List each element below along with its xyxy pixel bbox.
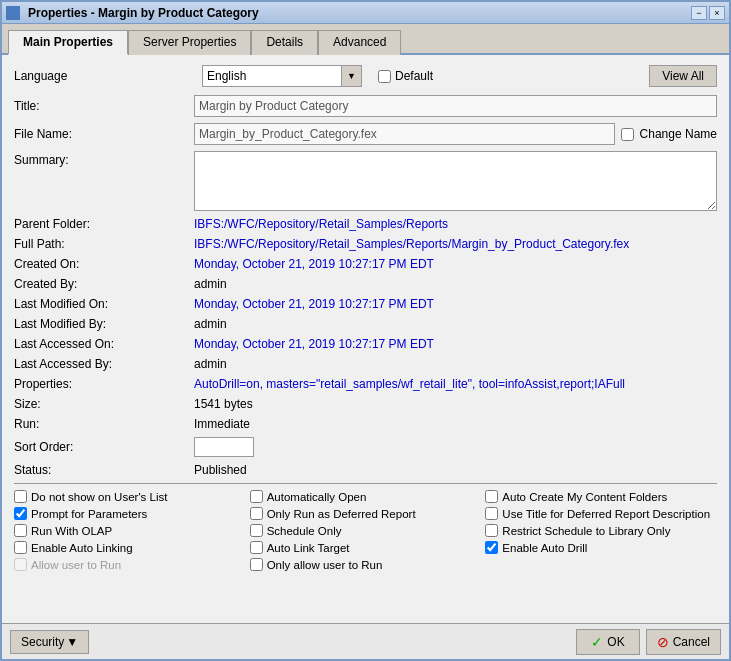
cb-run-olap-label: Run With OLAP [31,525,112,537]
last-accessed-by-value: admin [194,357,227,371]
cb-restrict-schedule: Restrict Schedule to Library Only [485,524,717,537]
cb-auto-create-folders-label: Auto Create My Content Folders [502,491,667,503]
status-value: Published [194,463,247,477]
summary-label: Summary: [14,151,194,167]
title-label: Title: [14,99,194,113]
summary-textarea[interactable] [194,151,717,211]
cb-use-title-deferred-label: Use Title for Deferred Report Descriptio… [502,508,710,520]
filename-label: File Name: [14,127,194,141]
run-value: Immediate [194,417,250,431]
created-on-row: Created On: Monday, October 21, 2019 10:… [14,257,717,271]
cb-only-run-deferred-input[interactable] [250,507,263,520]
cb-only-allow-user-label: Only allow user to Run [267,559,383,571]
title-row: Title: [14,95,717,117]
created-by-label: Created By: [14,277,194,291]
cb-auto-create-folders: Auto Create My Content Folders [485,490,717,503]
window-icon [6,6,20,20]
cb-auto-link-target-input[interactable] [250,541,263,554]
last-modified-by-value: admin [194,317,227,331]
run-label: Run: [14,417,194,431]
created-on-value: Monday, October 21, 2019 10:27:17 PM EDT [194,257,434,271]
cb-prompt-params: Prompt for Parameters [14,507,246,520]
cb-enable-auto-drill-input[interactable] [485,541,498,554]
cb-auto-open-input[interactable] [250,490,263,503]
ok-button[interactable]: ✓ OK [576,629,639,655]
cancel-button[interactable]: ⊘ Cancel [646,629,721,655]
change-name-section: Change Name [621,127,717,141]
cb-restrict-schedule-input[interactable] [485,524,498,537]
cb-enable-auto-drill-label: Enable Auto Drill [502,542,587,554]
properties-label: Properties: [14,377,194,391]
tab-server-properties[interactable]: Server Properties [128,30,251,55]
filename-input[interactable] [194,123,615,145]
checkboxes-grid: Do not show on User's List Prompt for Pa… [14,490,717,571]
cb-enable-auto-linking-label: Enable Auto Linking [31,542,133,554]
cb-enable-auto-linking: Enable Auto Linking [14,541,246,554]
view-all-button[interactable]: View All [649,65,717,87]
cb-allow-user-run-label: Allow user to Run [31,559,121,571]
filename-row: File Name: Change Name [14,123,717,145]
security-button[interactable]: Security ▼ [10,630,89,654]
run-row: Run: Immediate [14,417,717,431]
cb-only-allow-user-input[interactable] [250,558,263,571]
status-label: Status: [14,463,194,477]
summary-row: Summary: [14,151,717,211]
window-title: Properties - Margin by Product Category [28,6,259,20]
parent-folder-value: IBFS:/WFC/Repository/Retail_Samples/Repo… [194,217,448,231]
cb-do-not-show-label: Do not show on User's List [31,491,167,503]
properties-value: AutoDrill=on, masters="retail_samples/wf… [194,377,625,391]
last-modified-on-label: Last Modified On: [14,297,194,311]
cb-auto-open: Automatically Open [250,490,482,503]
full-path-value: IBFS:/WFC/Repository/Retail_Samples/Repo… [194,237,629,251]
cb-run-olap-input[interactable] [14,524,27,537]
last-accessed-by-row: Last Accessed By: admin [14,357,717,371]
status-row: Status: Published [14,463,717,477]
cb-use-title-deferred: Use Title for Deferred Report Descriptio… [485,507,717,520]
tab-details[interactable]: Details [251,30,318,55]
change-name-checkbox[interactable] [621,128,634,141]
cancel-label: Cancel [673,635,710,649]
cb-allow-user-run: Allow user to Run [14,558,246,571]
title-input[interactable] [194,95,717,117]
cb-auto-open-label: Automatically Open [267,491,367,503]
language-dropdown-arrow[interactable]: ▼ [341,66,361,86]
language-dropdown[interactable]: English ▼ [202,65,362,87]
main-content: Language English ▼ Default View All Titl… [2,55,729,623]
cb-do-not-show: Do not show on User's List [14,490,246,503]
cb-only-allow-user: Only allow user to Run [250,558,482,571]
cb-only-run-deferred-label: Only Run as Deferred Report [267,508,416,520]
cb-run-olap: Run With OLAP [14,524,246,537]
sort-order-label: Sort Order: [14,440,194,454]
last-modified-on-value: Monday, October 21, 2019 10:27:17 PM EDT [194,297,434,311]
tab-main-properties[interactable]: Main Properties [8,30,128,55]
full-path-row: Full Path: IBFS:/WFC/Repository/Retail_S… [14,237,717,251]
title-bar-buttons: − × [691,6,725,20]
change-name-label: Change Name [640,127,717,141]
sort-order-input[interactable] [194,437,254,457]
created-by-value: admin [194,277,227,291]
default-label: Default [395,69,433,83]
cb-prompt-params-input[interactable] [14,507,27,520]
sort-order-row: Sort Order: [14,437,717,457]
size-label: Size: [14,397,194,411]
cb-allow-user-run-input[interactable] [14,558,27,571]
default-checkbox[interactable] [378,70,391,83]
last-modified-by-label: Last Modified By: [14,317,194,331]
cb-do-not-show-input[interactable] [14,490,27,503]
language-label: Language [14,69,194,83]
close-button[interactable]: × [709,6,725,20]
properties-row: Properties: AutoDrill=on, masters="retai… [14,377,717,391]
cb-use-title-deferred-input[interactable] [485,507,498,520]
security-label: Security [21,635,64,649]
created-by-row: Created By: admin [14,277,717,291]
last-accessed-on-label: Last Accessed On: [14,337,194,351]
minimize-button[interactable]: − [691,6,707,20]
cb-prompt-params-label: Prompt for Parameters [31,508,147,520]
last-accessed-on-row: Last Accessed On: Monday, October 21, 20… [14,337,717,351]
cb-schedule-only-input[interactable] [250,524,263,537]
security-chevron-icon: ▼ [66,635,78,649]
cb-enable-auto-linking-input[interactable] [14,541,27,554]
tab-advanced[interactable]: Advanced [318,30,401,55]
cb-auto-create-folders-input[interactable] [485,490,498,503]
last-accessed-by-label: Last Accessed By: [14,357,194,371]
